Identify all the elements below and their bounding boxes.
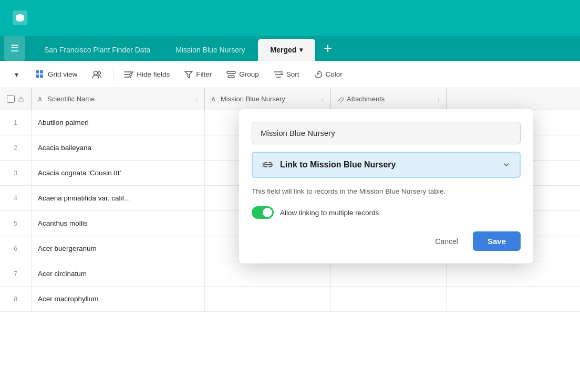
svg-rect-3 (36, 75, 39, 78)
field-type-popup: Link to Mission Blue Nursery This field … (239, 109, 533, 263)
color-button[interactable]: Color (308, 67, 349, 82)
svg-rect-1 (36, 70, 39, 73)
tab-dropdown-icon: ▾ (299, 46, 303, 54)
toggle-knob (263, 208, 272, 217)
multiple-records-toggle-row: Allow linking to multiple records (252, 206, 521, 219)
color-icon (314, 70, 323, 79)
hide-fields-button[interactable]: Hide fields (118, 67, 176, 81)
grid-view-button[interactable]: Grid view (29, 67, 84, 82)
svg-rect-11 (228, 76, 234, 78)
app-logo (8, 6, 32, 29)
tab-add-button[interactable] (315, 36, 340, 61)
hide-fields-icon (124, 71, 133, 78)
svg-rect-4 (40, 75, 43, 78)
tab-sf-plant[interactable]: San Francisco Plant Finder Data (32, 39, 163, 61)
view-toggle: ▾ (8, 67, 25, 82)
tab-merged[interactable]: Merged ▾ (258, 39, 316, 61)
toolbar: ▾ Grid view Hide fields (0, 61, 580, 88)
group-button[interactable]: Group (220, 67, 265, 81)
svg-point-6 (98, 71, 101, 74)
popup-overlay: Link to Mission Blue Nursery This field … (0, 88, 580, 392)
svg-point-5 (94, 71, 98, 75)
grid-container: A Scientific Name ↓ A Mission Blue Nurse… (0, 88, 580, 392)
save-button[interactable]: Save (473, 231, 521, 251)
popup-actions: Cancel Save (252, 231, 521, 251)
popup-description: This field will link to records in the M… (252, 186, 521, 197)
chevron-down-option-icon (503, 161, 510, 168)
grid-icon (35, 70, 45, 79)
chevron-down-icon: ▾ (15, 70, 18, 79)
tab-mission-blue[interactable]: Mission Blue Nursery (163, 39, 257, 61)
field-search-input[interactable] (252, 122, 521, 144)
collaborators-button[interactable] (86, 67, 109, 82)
collaborators-icon (92, 70, 102, 79)
group-icon (226, 71, 236, 78)
multiple-records-toggle[interactable] (252, 206, 274, 219)
link-to-table-icon (262, 160, 274, 169)
toggle-label: Allow linking to multiple records (280, 209, 379, 217)
link-to-table-option[interactable]: Link to Mission Blue Nursery (252, 152, 521, 178)
cancel-button[interactable]: Cancel (427, 233, 467, 250)
toolbar-divider-1 (113, 68, 113, 81)
sort-button[interactable]: Sort (267, 67, 306, 81)
svg-rect-10 (227, 71, 235, 73)
filter-button[interactable]: Filter (178, 67, 218, 81)
sort-icon (274, 71, 283, 78)
app-header (0, 0, 580, 36)
hamburger-button[interactable]: ☰ (4, 36, 25, 61)
filter-icon (184, 71, 193, 78)
svg-rect-2 (40, 70, 43, 73)
tab-bar: ☰ San Francisco Plant Finder Data Missio… (0, 36, 580, 61)
view-dropdown-button[interactable]: ▾ (8, 67, 25, 82)
